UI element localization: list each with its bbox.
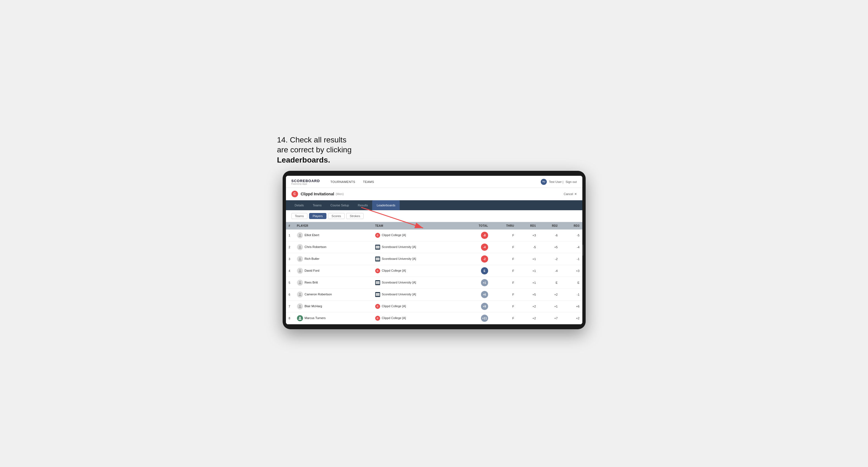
- tournament-header: C Clippd Invitational (Men) Cancel ✕: [286, 188, 582, 200]
- table-header: # PLAYER TEAM TOTAL THRU RD1 RD2 RD3: [286, 222, 582, 229]
- filter-scores[interactable]: Scores: [328, 213, 345, 219]
- cell-rd1: +1: [517, 253, 538, 265]
- cell-player: Marcus Turners: [294, 312, 372, 324]
- table-row: 6Cameron RobertsonScoreboard University …: [286, 289, 582, 301]
- tab-course-setup[interactable]: Course Setup: [326, 200, 353, 210]
- player-name: Elliot Ebert: [305, 234, 319, 237]
- total-badge: +9: [481, 303, 488, 310]
- team-logo: [375, 280, 380, 285]
- logo-text: SCOREBOARD: [291, 179, 320, 183]
- svg-rect-19: [376, 295, 380, 296]
- logo-sub: Powered by clippd: [291, 183, 320, 185]
- cell-total: -4: [462, 241, 491, 253]
- col-thru: THRU: [491, 222, 517, 229]
- cell-team: Scoreboard University [A]: [372, 241, 462, 253]
- nav-right: TU Test User | Sign out: [541, 179, 577, 185]
- cell-rd3: +3: [560, 265, 582, 277]
- tournament-subtitle: (Men): [336, 192, 344, 196]
- cell-rd2: +2: [538, 289, 560, 301]
- svg-point-21: [299, 317, 301, 318]
- tab-results[interactable]: Results: [353, 200, 372, 210]
- cell-player: Chris Robertson: [294, 241, 372, 253]
- cell-rank: 3: [286, 253, 294, 265]
- cell-rd2: -2: [538, 253, 560, 265]
- col-player: PLAYER: [294, 222, 372, 229]
- cell-rd2: -6: [538, 229, 560, 241]
- svg-rect-10: [376, 260, 380, 260]
- tablet-screen: SCOREBOARD Powered by clippd TOURNAMENTS…: [286, 176, 582, 324]
- cell-team: Scoreboard University [A]: [372, 277, 462, 289]
- nav-tournaments[interactable]: TOURNAMENTS: [327, 176, 359, 188]
- player-name: Rees Britt: [305, 281, 318, 284]
- cancel-button[interactable]: Cancel ✕: [564, 192, 577, 196]
- cell-thru: F: [491, 229, 517, 241]
- sign-out-link[interactable]: Sign out: [565, 180, 577, 184]
- col-rank: #: [286, 222, 294, 229]
- cell-player: Blair McHarg: [294, 301, 372, 312]
- player-name: Cameron Robertson: [305, 292, 332, 296]
- cell-total: -2: [462, 253, 491, 265]
- cell-thru: F: [491, 241, 517, 253]
- cell-rank: 8: [286, 312, 294, 324]
- total-badge: +1: [481, 279, 488, 286]
- total-badge: -2: [481, 255, 488, 262]
- tab-teams[interactable]: Teams: [308, 200, 326, 210]
- col-rd2: RD2: [538, 222, 560, 229]
- filter-teams[interactable]: Teams: [291, 213, 307, 219]
- cell-rd3: -5: [560, 229, 582, 241]
- cell-total: E: [462, 265, 491, 277]
- svg-rect-6: [376, 248, 380, 249]
- player-avatar: [297, 280, 303, 286]
- tab-leaderboards[interactable]: Leaderboards: [372, 200, 400, 210]
- cell-rank: 5: [286, 277, 294, 289]
- cell-player: Rees Britt: [294, 277, 372, 289]
- cell-thru: F: [491, 301, 517, 312]
- user-label: Test User |: [549, 180, 563, 184]
- cell-rank: 1: [286, 229, 294, 241]
- player-name: Blair McHarg: [305, 305, 322, 308]
- table-row: 7Blair McHargCClippd College [A]+9F+2+1+…: [286, 301, 582, 312]
- player-name: David Ford: [305, 269, 319, 272]
- top-nav: SCOREBOARD Powered by clippd TOURNAMENTS…: [286, 176, 582, 188]
- cell-rank: 7: [286, 301, 294, 312]
- tab-details[interactable]: Details: [290, 200, 309, 210]
- svg-rect-18: [376, 294, 380, 295]
- filter-players[interactable]: Players: [309, 213, 327, 219]
- cell-rd3: -1: [560, 289, 582, 301]
- table-row: 1Elliot EbertCClippd College [A]-8F+3-6-…: [286, 229, 582, 241]
- player-avatar: [297, 244, 303, 250]
- svg-rect-5: [376, 247, 380, 248]
- cell-rd1: +1: [517, 277, 538, 289]
- team-logo: C: [375, 268, 380, 273]
- cell-player: David Ford: [294, 265, 372, 277]
- svg-point-20: [299, 305, 301, 306]
- filter-strokes[interactable]: Strokes: [346, 213, 364, 219]
- col-team: TEAM: [372, 222, 462, 229]
- cell-rank: 2: [286, 241, 294, 253]
- svg-point-12: [299, 281, 301, 283]
- cell-rd2: +7: [538, 312, 560, 324]
- tab-bar: Details Teams Course Setup Results Leade…: [286, 200, 582, 210]
- player-avatar: [297, 315, 303, 321]
- cell-team: Scoreboard University [A]: [372, 253, 462, 265]
- table-row: 5Rees BrittScoreboard University [A]+1F+…: [286, 277, 582, 289]
- tablet-frame: SCOREBOARD Powered by clippd TOURNAMENTS…: [283, 171, 586, 329]
- cell-rd2: -4: [538, 265, 560, 277]
- cell-total: +11: [462, 312, 491, 324]
- cell-rd3: E: [560, 277, 582, 289]
- team-name: Clippd College [A]: [382, 305, 406, 308]
- team-name: Scoreboard University [A]: [382, 245, 416, 249]
- cell-player: Elliot Ebert: [294, 229, 372, 241]
- cell-team: CClippd College [A]: [372, 312, 462, 324]
- cell-team: CClippd College [A]: [372, 265, 462, 277]
- cell-rank: 6: [286, 289, 294, 301]
- table-row: 2Chris RobertsonScoreboard University [A…: [286, 241, 582, 253]
- nav-teams[interactable]: TEAMS: [359, 176, 378, 188]
- svg-point-2: [299, 234, 301, 235]
- total-badge: E: [481, 267, 488, 274]
- table-row: 3Rich ButlerScoreboard University [A]-2F…: [286, 253, 582, 265]
- total-badge: +11: [481, 315, 488, 322]
- team-name: Clippd College [A]: [382, 316, 406, 320]
- cell-thru: F: [491, 289, 517, 301]
- total-badge: +6: [481, 291, 488, 298]
